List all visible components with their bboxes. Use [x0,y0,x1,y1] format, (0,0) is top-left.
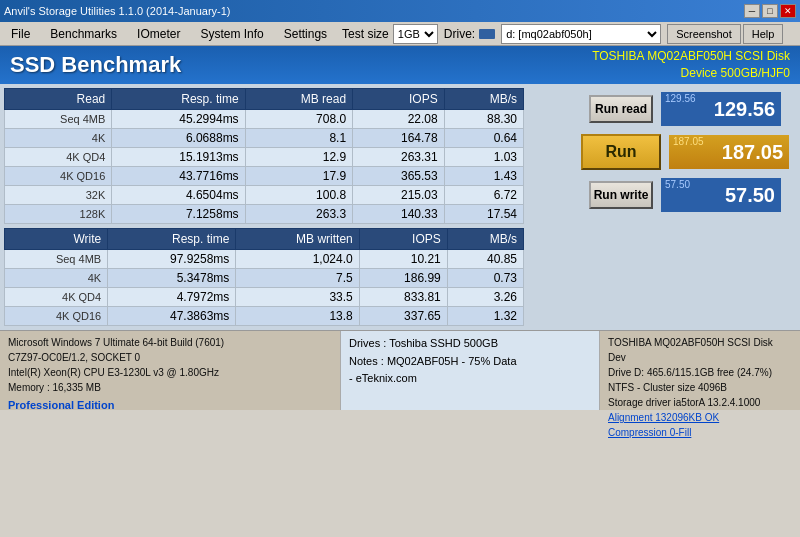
write-resp-header: Resp. time [108,229,236,250]
run-write-button[interactable]: Run write [589,181,653,209]
write-col-header: Write [5,229,108,250]
run-button[interactable]: Run [581,134,661,170]
run-total-row: Run 187.05 187.05 [578,134,792,170]
menu-iometer[interactable]: IOmeter [128,24,189,44]
drive-info-line4: Storage driver ia5torA 13.2.4.1000 [608,395,792,410]
title-bar: Anvil's Storage Utilities 1.1.0 (2014-Ja… [0,0,800,22]
read-resp-header: Resp. time [112,89,245,110]
drive-info-line1: TOSHIBA MQ02ABF050H SCSI Disk Dev [608,335,792,365]
table-row: 32K 4.6504ms 100.8 215.03 6.72 [5,186,524,205]
minimize-button[interactable]: ─ [744,4,760,18]
read-mbs-header: MB/s [444,89,523,110]
sys-line3: Intel(R) Xeon(R) CPU E3-1230L v3 @ 1.80G… [8,365,332,380]
table-row: 4K QD4 15.1913ms 12.9 263.31 1.03 [5,148,524,167]
read-mb-header: MB read [245,89,353,110]
table-row: Seq 4MB 45.2994ms 708.0 22.08 88.30 [5,110,524,129]
write-score-label: 57.50 [665,179,690,190]
write-mbs-header: MB/s [447,229,523,250]
menu-system-info[interactable]: System Info [191,24,272,44]
table-row: 4K 5.3478ms 7.5 186.99 0.73 [5,269,524,288]
window-title: Anvil's Storage Utilities 1.1.0 (2014-Ja… [4,5,230,17]
close-button[interactable]: ✕ [780,4,796,18]
sys-line4: Memory : 16,335 MB [8,380,332,395]
notes-line2: Notes : MQ02ABF05H - 75% Data [349,353,591,371]
table-row: 4K QD16 47.3863ms 13.8 337.65 1.32 [5,307,524,326]
test-size-label: Test size [342,27,389,41]
header-area: SSD Benchmark TOSHIBA MQ02ABF050H SCSI D… [0,46,800,84]
run-read-row: Run read 129.56 129.56 [578,92,792,126]
bottom-sys-info: Microsoft Windows 7 Ultimate 64-bit Buil… [0,331,340,410]
run-read-button[interactable]: Run read [589,95,653,123]
drive-label: Drive: [444,27,475,41]
screenshot-button[interactable]: Screenshot [667,24,741,44]
title-bar-controls: ─ □ ✕ [744,4,796,18]
drive-icon [479,29,495,39]
drive-info-line6: Compression 0-Fill [608,425,792,440]
write-mb-header: MB written [236,229,359,250]
read-col-header: Read [5,89,112,110]
drive-info-line3: NTFS - Cluster size 4096B [608,380,792,395]
drive-info-line5: Alignment 132096KB OK [608,410,792,425]
read-score-label: 129.56 [665,93,696,104]
device-line2: Device 500GB/HJF0 [592,65,790,82]
read-iops-header: IOPS [353,89,445,110]
right-panel: Run read 129.56 129.56 Run 187.05 187.05… [570,84,800,330]
test-size-group: Test size 1GB [342,24,438,44]
maximize-button[interactable]: □ [762,4,778,18]
read-table: Read Resp. time MB read IOPS MB/s Seq 4M… [4,88,524,224]
table-row: 4K 6.0688ms 8.1 164.78 0.64 [5,129,524,148]
bottom-drive-info: TOSHIBA MQ02ABF050H SCSI Disk Dev Drive … [600,331,800,410]
total-score-label: 187.05 [673,136,704,147]
bottom-notes: Drives : Toshiba SSHD 500GB Notes : MQ02… [340,331,600,410]
table-row: 4K QD16 43.7716ms 17.9 365.53 1.43 [5,167,524,186]
write-score-box: 57.50 57.50 [661,178,781,212]
write-table: Write Resp. time MB written IOPS MB/s Se… [4,228,524,326]
bench-area: Read Resp. time MB read IOPS MB/s Seq 4M… [0,84,570,330]
write-iops-header: IOPS [359,229,447,250]
help-button[interactable]: Help [743,24,784,44]
run-write-row: Run write 57.50 57.50 [578,178,792,212]
professional-edition-label: Professional Edition [8,397,332,414]
table-row: 4K QD4 4.7972ms 33.5 833.81 3.26 [5,288,524,307]
ssd-title: SSD Benchmark [10,52,181,78]
notes-line1: Drives : Toshiba SSHD 500GB [349,335,591,353]
main-content: Read Resp. time MB read IOPS MB/s Seq 4M… [0,84,800,330]
menu-settings[interactable]: Settings [275,24,336,44]
drive-select[interactable]: d: [mq02abf050h] [501,24,661,44]
bottom-area: Microsoft Windows 7 Ultimate 64-bit Buil… [0,330,800,410]
menu-benchmarks[interactable]: Benchmarks [41,24,126,44]
sys-line2: C7Z97-OC0E/1.2, SOCKET 0 [8,350,332,365]
menu-file[interactable]: File [2,24,39,44]
drive-group: Drive: d: [mq02abf050h] [444,24,661,44]
notes-line3: - eTeknix.com [349,370,591,388]
table-row: Seq 4MB 97.9258ms 1,024.0 10.21 40.85 [5,250,524,269]
sys-line1: Microsoft Windows 7 Ultimate 64-bit Buil… [8,335,332,350]
total-score-box: 187.05 187.05 [669,135,789,169]
device-info: TOSHIBA MQ02ABF050H SCSI Disk Device 500… [592,48,790,82]
read-score-box: 129.56 129.56 [661,92,781,126]
table-row: 128K 7.1258ms 263.3 140.33 17.54 [5,205,524,224]
device-line1: TOSHIBA MQ02ABF050H SCSI Disk [592,48,790,65]
drive-info-line2: Drive D: 465.6/115.1GB free (24.7%) [608,365,792,380]
menu-bar: File Benchmarks IOmeter System Info Sett… [0,22,800,46]
test-size-select[interactable]: 1GB [393,24,438,44]
